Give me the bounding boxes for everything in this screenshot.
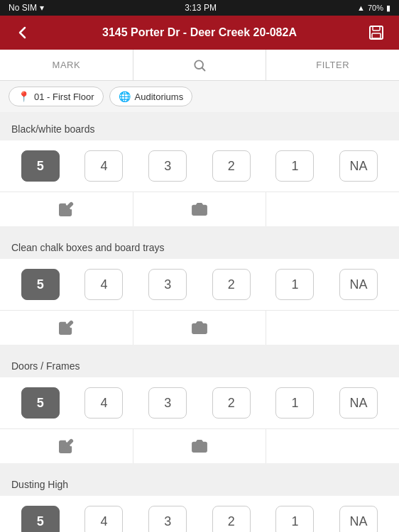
section-card-0: 54321NA bbox=[0, 140, 399, 226]
rating-row-2: 54321NA bbox=[0, 377, 399, 429]
edit-icon bbox=[58, 320, 74, 336]
mark-tab[interactable]: MARK bbox=[0, 50, 133, 80]
filter-tab[interactable]: FILTER bbox=[266, 50, 399, 80]
rating-btn-2-section-0[interactable]: 2 bbox=[212, 150, 251, 182]
action-row-1 bbox=[0, 311, 399, 345]
edit-button-0[interactable] bbox=[0, 192, 133, 226]
floor-filter-label: 01 - First Floor bbox=[34, 92, 94, 102]
rating-btn-5-section-0[interactable]: 5 bbox=[21, 150, 60, 182]
section-card-1: 54321NA bbox=[0, 259, 399, 345]
rating-btn-4-section-0[interactable]: 4 bbox=[84, 150, 123, 182]
svg-rect-2 bbox=[372, 33, 381, 38]
save-button[interactable] bbox=[364, 20, 389, 45]
rating-btn-2-section-2[interactable]: 2 bbox=[212, 387, 251, 419]
section-title-0: Black/white boards bbox=[0, 119, 399, 140]
svg-point-5 bbox=[197, 207, 202, 212]
rating-btn-5-section-3[interactable]: 5 bbox=[21, 506, 60, 532]
extra-action-button-2[interactable] bbox=[266, 429, 399, 463]
svg-point-6 bbox=[197, 326, 202, 331]
status-bar: No SIM ▾ 3:13 PM ▲ 70% ▮ bbox=[0, 0, 399, 16]
rating-btn-NA-section-3[interactable]: NA bbox=[339, 506, 378, 532]
edit-icon bbox=[58, 201, 74, 217]
camera-icon bbox=[192, 201, 207, 217]
save-icon bbox=[368, 24, 385, 41]
rating-row-0: 54321NA bbox=[0, 140, 399, 192]
rating-btn-4-section-1[interactable]: 4 bbox=[84, 269, 123, 300]
camera-icon bbox=[192, 320, 207, 336]
svg-line-4 bbox=[202, 67, 205, 70]
back-button[interactable] bbox=[10, 20, 35, 45]
rating-btn-5-section-1[interactable]: 5 bbox=[21, 269, 60, 300]
content-area: Black/white boards54321NA Clean chalk bo… bbox=[0, 112, 399, 532]
floor-filter-pill[interactable]: 📍 01 - First Floor bbox=[9, 87, 104, 106]
rating-btn-NA-section-1[interactable]: NA bbox=[339, 269, 378, 300]
rating-btn-4-section-3[interactable]: 4 bbox=[84, 506, 123, 532]
search-icon bbox=[192, 58, 207, 72]
page-title: 3145 Porter Dr - Deer Creek 20-082A bbox=[35, 26, 364, 39]
location-icon: 📍 bbox=[18, 91, 30, 102]
section-title-3: Dusting High bbox=[0, 475, 399, 496]
edit-button-2[interactable] bbox=[0, 429, 133, 463]
back-icon bbox=[15, 25, 31, 40]
edit-icon bbox=[58, 438, 74, 454]
extra-action-button-1[interactable] bbox=[266, 311, 399, 345]
rating-btn-NA-section-0[interactable]: NA bbox=[339, 150, 378, 182]
filter-pills-bar: 📍 01 - First Floor 🌐 Auditoriums bbox=[0, 81, 399, 112]
rating-row-1: 54321NA bbox=[0, 259, 399, 311]
camera-button-0[interactable] bbox=[133, 192, 267, 226]
section-3: Dusting High54321NA bbox=[0, 475, 399, 532]
rating-btn-1-section-2[interactable]: 1 bbox=[275, 387, 314, 419]
rating-row-3: 54321NA bbox=[0, 496, 399, 532]
extra-action-button-0[interactable] bbox=[266, 192, 399, 226]
rating-btn-1-section-3[interactable]: 1 bbox=[275, 506, 314, 532]
rating-btn-2-section-1[interactable]: 2 bbox=[212, 269, 251, 300]
section-card-2: 54321NA bbox=[0, 377, 399, 463]
rating-btn-2-section-3[interactable]: 2 bbox=[212, 506, 251, 532]
rating-btn-3-section-0[interactable]: 3 bbox=[148, 150, 187, 182]
rating-btn-5-section-2[interactable]: 5 bbox=[21, 387, 60, 419]
action-row-0 bbox=[0, 192, 399, 226]
section-1: Clean chalk boxes and board trays54321NA bbox=[0, 238, 399, 345]
rating-btn-NA-section-2[interactable]: NA bbox=[339, 387, 378, 419]
section-title-2: Doors / Frames bbox=[0, 356, 399, 377]
section-title-1: Clean chalk boxes and board trays bbox=[0, 238, 399, 259]
edit-button-1[interactable] bbox=[0, 311, 133, 345]
status-indicators: ▲ 70% ▮ bbox=[357, 4, 390, 13]
section-0: Black/white boards54321NA bbox=[0, 119, 399, 226]
toolbar: MARK FILTER bbox=[0, 50, 399, 81]
status-carrier: No SIM ▾ bbox=[9, 3, 44, 13]
rating-btn-3-section-3[interactable]: 3 bbox=[148, 506, 187, 532]
svg-point-7 bbox=[197, 444, 202, 449]
room-filter-pill[interactable]: 🌐 Auditoriums bbox=[109, 87, 193, 106]
rating-btn-1-section-0[interactable]: 1 bbox=[275, 150, 314, 182]
section-2: Doors / Frames54321NA bbox=[0, 356, 399, 463]
section-card-3: 54321NA bbox=[0, 496, 399, 532]
room-filter-label: Auditoriums bbox=[135, 92, 184, 102]
camera-icon bbox=[192, 438, 207, 454]
globe-icon: 🌐 bbox=[119, 91, 131, 102]
search-tab[interactable] bbox=[133, 50, 267, 80]
rating-btn-4-section-2[interactable]: 4 bbox=[84, 387, 123, 419]
status-time: 3:13 PM bbox=[185, 3, 217, 13]
camera-button-2[interactable] bbox=[133, 429, 267, 463]
action-row-2 bbox=[0, 429, 399, 463]
rating-btn-1-section-1[interactable]: 1 bbox=[275, 269, 314, 300]
camera-button-1[interactable] bbox=[133, 311, 267, 345]
rating-btn-3-section-1[interactable]: 3 bbox=[148, 269, 187, 300]
rating-btn-3-section-2[interactable]: 3 bbox=[148, 387, 187, 419]
header: 3145 Porter Dr - Deer Creek 20-082A bbox=[0, 16, 399, 50]
